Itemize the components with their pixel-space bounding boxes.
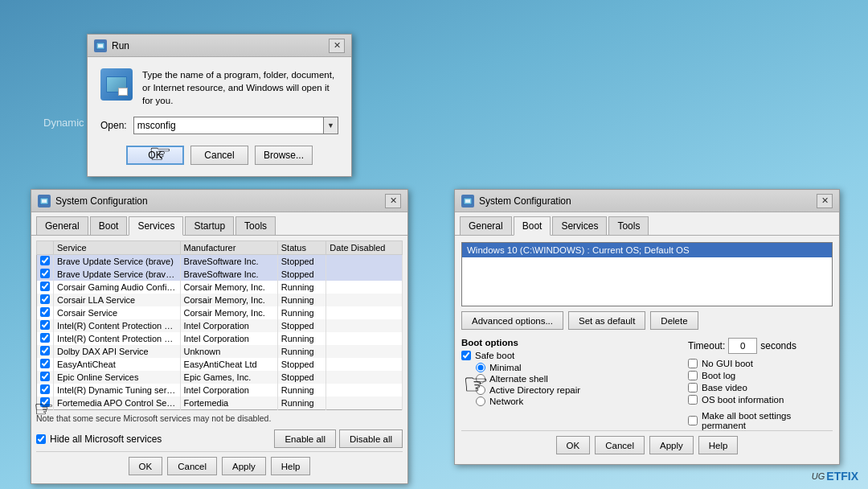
service-checkbox[interactable] [40, 256, 50, 265]
col-date: Date Disabled [326, 241, 403, 255]
boot-advanced-button[interactable]: Advanced options... [461, 311, 563, 330]
base-video-checkbox[interactable] [688, 383, 698, 392]
enable-disable-buttons: Enable all Disable all [274, 429, 403, 448]
service-checkbox[interactable] [40, 346, 50, 355]
tab-right-boot[interactable]: Boot [514, 216, 551, 236]
radio-minimal[interactable] [476, 363, 485, 372]
disable-all-button[interactable]: Disable all [339, 429, 403, 448]
radio-minimal-label: Minimal [489, 363, 522, 372]
run-description-text: Type the name of a program, folder, docu… [142, 68, 338, 107]
safe-boot-checkbox[interactable] [461, 351, 471, 360]
syscfg-left-dialog: System Configuration ✕ General Boot Serv… [31, 189, 408, 484]
tab-tools[interactable]: Tools [235, 216, 276, 236]
tab-right-tools[interactable]: Tools [608, 216, 649, 236]
service-status-cell: Running [277, 332, 326, 345]
boot-delete-button[interactable]: Delete [650, 311, 698, 330]
enable-all-button[interactable]: Enable all [274, 429, 336, 448]
syscfg-right-tab-bar: General Boot Services Tools [455, 212, 839, 236]
run-titlebar: Run ✕ [88, 35, 351, 57]
syscfg-left-ok-button[interactable]: OK [129, 457, 163, 475]
services-bottom-buttons: Hide all Microsoft services Enable all D… [36, 426, 403, 451]
service-manufacturer-cell: BraveSoftware Inc. [180, 255, 277, 269]
service-date-cell [326, 384, 403, 397]
service-checkbox[interactable] [40, 372, 50, 381]
services-table-wrapper: Service Manufacturer Status Date Disable… [36, 240, 403, 410]
service-manufacturer-cell: Fortemedia [180, 397, 277, 410]
syscfg-right-help-button[interactable]: Help [698, 436, 739, 454]
run-ok-button[interactable]: OK [126, 146, 184, 165]
hide-microsoft-row: Hide all Microsoft services [36, 434, 162, 445]
service-checkbox[interactable] [40, 333, 50, 343]
boot-options-section: Boot options Safe boot Minimal Alternate… [461, 338, 833, 430]
service-checkbox[interactable] [40, 281, 50, 291]
tab-right-services[interactable]: Services [552, 216, 607, 236]
hide-ms-checkbox[interactable] [36, 434, 46, 444]
run-close-button[interactable]: ✕ [329, 39, 345, 53]
table-row: Dolby DAX API Service Unknown Running [37, 345, 403, 358]
run-dropdown-button[interactable]: ▼ [324, 117, 338, 134]
syscfg-left-cancel-button[interactable]: Cancel [167, 457, 217, 475]
watermark-brand: ETFIX [826, 470, 858, 483]
radio-network[interactable] [476, 397, 485, 406]
boot-log-checkbox[interactable] [688, 371, 698, 380]
service-name-cell: Dolby DAX API Service [54, 345, 181, 358]
tab-services[interactable]: Services [129, 216, 183, 236]
make-permanent-label: Make all boot settings permanent [702, 411, 833, 430]
service-status-cell: Stopped [277, 255, 326, 269]
syscfg-left-close-button[interactable]: ✕ [385, 194, 401, 208]
services-note: Note that some secure Microsoft services… [36, 413, 403, 423]
service-status-cell: Running [277, 345, 326, 358]
table-row: Intel(R) Content Protection HEC... Intel… [37, 319, 403, 332]
run-input[interactable] [133, 117, 324, 134]
syscfg-left-icon [38, 195, 51, 208]
syscfg-left-apply-button[interactable]: Apply [222, 457, 266, 475]
service-status-cell: Running [277, 397, 326, 410]
service-name-cell: Corsair Service [54, 306, 181, 319]
syscfg-right-ok-button[interactable]: OK [556, 436, 591, 454]
service-checkbox[interactable] [40, 397, 50, 407]
service-manufacturer-cell: EasyAntiCheat Ltd [180, 358, 277, 371]
service-name-cell: EasyAntiCheat [54, 358, 181, 371]
service-checkbox[interactable] [40, 359, 50, 368]
radio-alternate[interactable] [476, 374, 485, 384]
service-checkbox[interactable] [40, 307, 50, 317]
service-checkbox[interactable] [40, 320, 50, 330]
service-checkbox[interactable] [40, 384, 50, 394]
run-browse-button[interactable]: Browse... [255, 146, 313, 165]
boot-set-default-button[interactable]: Set as default [568, 311, 645, 330]
boot-os-list[interactable]: Windows 10 (C:\WINDOWS) : Current OS; De… [461, 242, 833, 306]
tab-startup[interactable]: Startup [185, 216, 234, 236]
no-gui-checkbox[interactable] [688, 359, 698, 368]
make-permanent-checkbox[interactable] [688, 416, 698, 425]
service-check-cell [37, 332, 54, 345]
service-manufacturer-cell: Corsair Memory, Inc. [180, 306, 277, 319]
os-boot-info-checkbox[interactable] [688, 395, 698, 405]
timeout-row: Timeout: seconds [688, 338, 833, 354]
syscfg-right-final-buttons: OK Cancel Apply Help [461, 430, 833, 458]
boot-options-title: Boot options [461, 338, 688, 347]
timeout-label: Timeout: [688, 340, 725, 351]
boot-os-item[interactable]: Windows 10 (C:\WINDOWS) : Current OS; De… [462, 243, 832, 257]
run-button-row: OK Cancel Browse... [100, 146, 338, 165]
syscfg-right-close-button[interactable]: ✕ [817, 194, 833, 208]
tab-general[interactable]: General [36, 216, 88, 236]
tab-right-general[interactable]: General [460, 216, 512, 236]
make-permanent-row: Make all boot settings permanent [688, 411, 833, 430]
service-manufacturer-cell: Corsair Memory, Inc. [180, 294, 277, 306]
radio-adr[interactable] [476, 385, 485, 395]
no-gui-label: No GUI boot [702, 359, 753, 368]
radio-alternate-row: Alternate shell [476, 374, 688, 384]
syscfg-right-apply-button[interactable]: Apply [649, 436, 694, 454]
table-row: EasyAntiCheat EasyAntiCheat Ltd Stopped [37, 358, 403, 371]
timeout-input[interactable] [728, 338, 757, 354]
run-cancel-button[interactable]: Cancel [190, 146, 248, 165]
service-checkbox[interactable] [40, 294, 50, 304]
syscfg-left-help-button[interactable]: Help [271, 457, 311, 475]
radio-alternate-label: Alternate shell [489, 374, 548, 384]
service-status-cell: Stopped [277, 358, 326, 371]
service-check-cell [37, 358, 54, 371]
service-checkbox[interactable] [40, 269, 50, 278]
syscfg-right-titlebar: System Configuration ✕ [455, 190, 839, 212]
syscfg-right-cancel-button[interactable]: Cancel [595, 436, 645, 454]
tab-boot[interactable]: Boot [90, 216, 128, 236]
